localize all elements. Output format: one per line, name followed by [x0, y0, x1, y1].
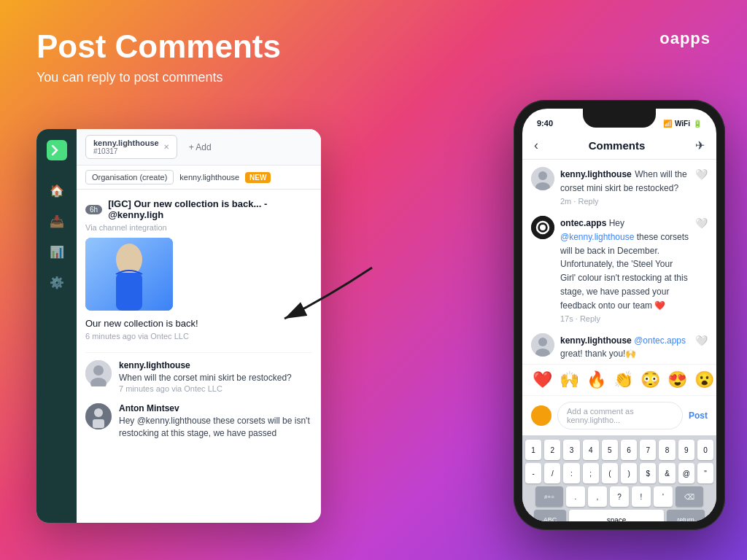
avatar [85, 360, 112, 386]
comment-time-2: 17s [560, 314, 573, 323]
key-period[interactable]: . [566, 486, 585, 507]
key-0[interactable]: 0 [697, 440, 713, 460]
status-icons: 📶 WiFi 🔋 [663, 120, 702, 128]
emoji-surprised[interactable]: 😳 [640, 370, 660, 389]
key-1[interactable]: 1 [525, 440, 541, 460]
brand-logo: oapps [659, 29, 711, 48]
key-quote[interactable]: " [697, 463, 713, 483]
phone-comment-content-1: kenny.lighthouse When will the corset mi… [560, 167, 689, 206]
key-7[interactable]: 7 [640, 440, 656, 460]
page-subtitle: You can reply to post comments [36, 70, 711, 85]
key-amp[interactable]: & [659, 463, 675, 483]
comment-author: Anton Mintsev [119, 403, 312, 413]
phone-comment-text-2: Hey @kenny.lighthouse these corsets will… [560, 218, 689, 311]
key-3[interactable]: 3 [563, 440, 579, 460]
key-backspace[interactable]: ⌫ [676, 486, 703, 507]
tag-bar: Organisation (create) kenny.lighthouse N… [77, 166, 321, 190]
key-minus[interactable]: - [525, 463, 541, 483]
emoji-heart[interactable]: ❤️ [533, 370, 552, 389]
phone-comment-content-3: kenny.lighthouse @ontec.apps great! than… [560, 333, 689, 365]
nav-action-icon[interactable]: ✈ [695, 139, 705, 152]
key-colon[interactable]: : [563, 463, 579, 483]
phone-notch [583, 109, 656, 128]
key-comma[interactable]: , [588, 486, 607, 507]
key-symbols[interactable]: #+= [535, 486, 563, 507]
key-5[interactable]: 5 [602, 440, 618, 460]
emoji-fire[interactable]: 🔥 [587, 370, 606, 389]
emoji-wow[interactable]: 😮 [694, 370, 714, 389]
emoji-bar: ❤️ 🙌 🔥 👏 😳 😍 😮 😂 [522, 364, 716, 395]
post-button[interactable]: Post [689, 411, 708, 421]
phone-frame: 9:40 📶 WiFi 🔋 ‹ Comments ✈ [514, 100, 725, 530]
heart-icon-3[interactable]: 🤍 [695, 333, 708, 365]
key-2[interactable]: 2 [544, 440, 560, 460]
message-via: Via channel integration [85, 223, 312, 232]
sidebar-settings-icon[interactable]: ⚙️ [49, 274, 65, 290]
comment-meta: 7 minutes ago via Ontec LLC [119, 384, 312, 393]
keyboard: 1 2 3 4 5 6 7 8 9 0 - [522, 435, 716, 521]
key-slash[interactable]: / [544, 463, 560, 483]
phone-comment-3: kenny.lighthouse @ontec.apps great! than… [531, 333, 708, 365]
comment-text: When will the corset mini skirt be resto… [119, 372, 312, 384]
message-meta: 6 minutes ago via Ontec LLC [85, 332, 312, 341]
key-space[interactable]: space [569, 510, 664, 521]
sidebar-inbox-icon[interactable]: 📥 [49, 213, 65, 229]
active-tab[interactable]: kenny.lighthouse #10317 ✕ [85, 135, 177, 159]
time-badge: 6h [85, 205, 102, 214]
svg-point-11 [538, 171, 547, 180]
svg-point-7 [94, 408, 103, 417]
status-time: 9:40 [537, 119, 553, 128]
key-4[interactable]: 4 [583, 440, 599, 460]
reply-link[interactable]: Reply [578, 197, 598, 206]
phone-comment-2: ontec.apps Hey @kenny.lighthouse these c… [531, 216, 708, 323]
keyboard-row-2: - / : ; ( ) $ & @ " [525, 463, 713, 483]
user-tag: kenny.lighthouse [179, 173, 239, 182]
key-exclaim[interactable]: ! [632, 486, 651, 507]
phone-avatar-2 [531, 216, 554, 239]
key-at[interactable]: @ [678, 463, 694, 483]
comment-input[interactable]: Add a comment as kenny.lightho... [557, 402, 683, 429]
comment-author: kenny.lighthouse [119, 360, 312, 370]
phone-avatar-3 [531, 333, 554, 357]
comment-row: kenny.lighthouse When will the corset mi… [85, 360, 312, 393]
comment-input-area: Add a comment as kenny.lightho... Post [522, 395, 716, 435]
key-9[interactable]: 9 [678, 440, 694, 460]
sidebar-logo [47, 140, 67, 160]
emoji-clap[interactable]: 👏 [614, 370, 633, 389]
phone-comment-author-2: ontec.apps [560, 218, 609, 228]
key-return[interactable]: return [667, 510, 705, 521]
message-header: 6h [IGC] Our new collection is back... -… [85, 198, 312, 220]
phone-comment-1: kenny.lighthouse When will the corset mi… [531, 167, 708, 206]
key-rparen[interactable]: ) [621, 463, 637, 483]
tab-add-button[interactable]: + Add [183, 139, 217, 155]
page-title: Post Comments [36, 29, 711, 64]
emoji-heart-eyes[interactable]: 😍 [667, 370, 687, 389]
org-tag[interactable]: Organisation (create) [85, 170, 174, 184]
key-abc[interactable]: ABC [534, 510, 566, 521]
sidebar-chart-icon[interactable]: 📊 [49, 244, 65, 260]
desktop-sidebar: 🏠 📥 📊 ⚙️ [36, 129, 77, 523]
key-question[interactable]: ? [610, 486, 629, 507]
key-6[interactable]: 6 [621, 440, 637, 460]
key-8[interactable]: 8 [659, 440, 675, 460]
key-apostrophe[interactable]: ' [654, 486, 673, 507]
reply-link-2[interactable]: Reply [580, 314, 600, 323]
key-lparen[interactable]: ( [602, 463, 618, 483]
key-semicolon[interactable]: ; [583, 463, 599, 483]
sidebar-home-icon[interactable]: 🏠 [49, 182, 65, 198]
tab-close-icon[interactable]: ✕ [163, 143, 169, 151]
comment-time: 2m [560, 197, 571, 206]
heart-icon-2[interactable]: 🤍 [695, 216, 708, 323]
phone-comment-author-1: kenny.lighthouse [560, 169, 632, 179]
reply-link-3[interactable]: Reply [576, 362, 596, 364]
key-dollar[interactable]: $ [640, 463, 656, 483]
back-button[interactable]: ‹ [534, 138, 538, 153]
phone-comment-meta-3: 2s · Reply [560, 362, 689, 364]
heart-icon-1[interactable]: 🤍 [695, 167, 708, 206]
phone-comment-meta-1: 2m · Reply [560, 197, 689, 206]
keyboard-row-1: 1 2 3 4 5 6 7 8 9 0 [525, 440, 713, 460]
emoji-hands[interactable]: 🙌 [560, 370, 579, 389]
page-container: oapps Post Comments You can reply to pos… [0, 0, 747, 560]
desktop-main: kenny.lighthouse #10317 ✕ + Add Organisa… [77, 129, 321, 523]
phone-avatar-1 [531, 167, 554, 190]
